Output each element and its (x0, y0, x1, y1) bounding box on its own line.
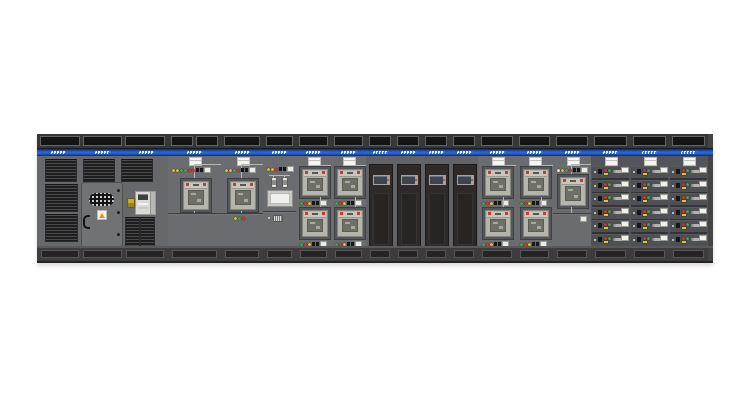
roof-vent-recess (594, 136, 627, 146)
base-band (331, 246, 366, 263)
indicator-led-green (686, 183, 689, 186)
breaker-marking (574, 195, 578, 198)
unit-breaker-block (676, 210, 680, 215)
hmi-screen-glass (430, 176, 443, 184)
indicator-led-green (300, 202, 303, 205)
unit-breaker-block (637, 223, 641, 228)
product-image-canvas (0, 0, 750, 400)
roof-vent-recess (556, 136, 588, 146)
unit-dot (633, 171, 635, 173)
brand-wordmark-icon (234, 151, 250, 154)
indicator-led-green (608, 237, 611, 240)
louver-vent (45, 159, 77, 182)
unit-dot (633, 212, 635, 214)
mcc-bucket-row (592, 166, 629, 180)
roof-band (394, 134, 422, 149)
hmi-screen (429, 175, 446, 185)
relay-block (200, 168, 203, 172)
breaker-red-indicator (305, 171, 308, 174)
section-front (331, 156, 366, 246)
meter-button-row (138, 207, 148, 209)
brand-stripe (366, 149, 394, 156)
power-meter (135, 191, 156, 215)
section-acb-section-2 (221, 134, 263, 263)
air-circuit-breaker (560, 177, 586, 206)
indicator-led-row (267, 166, 294, 172)
bucket-label (621, 181, 629, 187)
door-hinge-dot (117, 189, 120, 192)
indicator-led-red (275, 168, 278, 171)
mcc-bucket-row (631, 207, 668, 221)
base-vent-recess (398, 250, 418, 258)
breaker-red-indicator (340, 212, 343, 215)
indicator-led-red (304, 202, 307, 205)
unit-breaker-block (598, 183, 602, 188)
indicator-led-yellow (643, 214, 647, 216)
bucket-label (699, 181, 707, 187)
breaker-red-indicator (505, 171, 508, 174)
mcc-bucket-row (670, 220, 707, 234)
breaker-marking (197, 199, 201, 202)
section-acb-section-7 (553, 134, 591, 263)
indicator-led-red (569, 169, 572, 172)
roof-vent-recess (224, 136, 260, 146)
indicator-led-yellow (643, 187, 647, 189)
base-band (669, 246, 708, 263)
unit-dot (672, 225, 674, 227)
mcc-bucket-row (631, 166, 668, 180)
label-chip (320, 200, 327, 206)
fuse-cartridge (283, 178, 287, 187)
unit-breaker-block (637, 183, 641, 188)
terminal-strip (273, 215, 283, 222)
roof-band (708, 134, 713, 149)
base-band (478, 246, 516, 263)
relay-block (316, 201, 319, 205)
breaker-label-dash (495, 172, 501, 174)
roof-vent-recess (519, 136, 550, 146)
indicator-led-yellow (643, 227, 647, 229)
base-band (168, 246, 221, 263)
unit-breaker-block (598, 169, 602, 174)
unit-breaker-block (598, 196, 602, 201)
meter-door-flap (150, 192, 155, 214)
brand-wordmark-icon (489, 151, 505, 154)
breaker-red-indicator (305, 212, 308, 215)
mcc-bucket-row (670, 234, 707, 246)
indicator-led-white (557, 169, 560, 172)
breaker-label-dash (193, 184, 199, 186)
brand-wordmark-icon (526, 151, 542, 154)
breaker-red-indicator (488, 212, 491, 215)
unit-breaker-block (676, 237, 680, 242)
indicator-led-green (647, 210, 650, 213)
section-hmi-section-2 (394, 134, 422, 263)
section-front (669, 156, 708, 246)
mimic-drop-line (541, 197, 542, 207)
hmi-screen-glass (402, 176, 415, 184)
unit-dot (594, 239, 596, 241)
bucket-label (621, 167, 629, 173)
hmi-screen (373, 175, 390, 185)
section-nameplate (605, 157, 618, 166)
door-hinge-dot (117, 211, 120, 214)
relay-block (347, 201, 350, 205)
indicator-led-green (520, 202, 523, 205)
breaker-red-indicator (322, 171, 325, 174)
base-band (263, 246, 296, 263)
breaker-compartment (180, 178, 212, 213)
brand-wordmark-icon (602, 151, 618, 154)
indicator-led-red (339, 202, 342, 205)
indicator-led-green (686, 210, 689, 213)
bucket-label (660, 181, 668, 187)
base-band (221, 246, 263, 263)
air-circuit-breaker (183, 181, 209, 210)
indicator-led-yellow (528, 202, 531, 205)
base-band (394, 246, 422, 263)
unit-dot (672, 185, 674, 187)
unit-dot (672, 198, 674, 200)
brand-wordmark-icon (372, 151, 388, 154)
control-door (81, 182, 123, 246)
unit-breaker-block (598, 237, 602, 242)
base-band (553, 246, 591, 263)
unit-breaker-block (598, 223, 602, 228)
bucket-label (699, 221, 707, 227)
